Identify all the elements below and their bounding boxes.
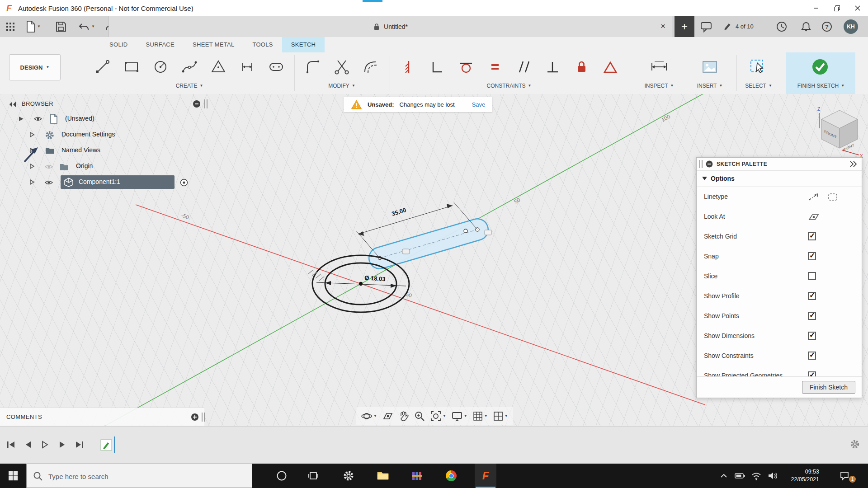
origin-point[interactable] — [359, 282, 363, 286]
grid-snaps-button[interactable]: ▼ — [472, 410, 489, 422]
help-button[interactable]: ? — [819, 19, 835, 35]
tab-solid[interactable]: SOLID — [100, 37, 137, 52]
timeline-position-marker[interactable] — [114, 436, 115, 453]
tray-show-hidden-button[interactable] — [717, 464, 731, 488]
zoom-button[interactable] — [413, 409, 426, 423]
save-button[interactable] — [53, 19, 69, 35]
lock-constraint-icon[interactable] — [573, 59, 590, 75]
chrome-button[interactable] — [440, 464, 462, 488]
play-button[interactable] — [39, 438, 52, 451]
collapse-panel-icon[interactable] — [8, 101, 16, 108]
sketch-grid-checkbox[interactable] — [808, 232, 816, 240]
add-comment-icon[interactable] — [191, 413, 199, 421]
dimension-icon[interactable] — [237, 57, 257, 77]
eye-icon[interactable] — [33, 116, 42, 122]
tab-sketch[interactable]: SKETCH — [282, 37, 325, 52]
horizontal-vertical-constraint-icon[interactable] — [429, 59, 445, 75]
design-workspace-selector[interactable]: DESIGN ▼ — [9, 54, 61, 80]
perpendicular-constraint-icon[interactable] — [544, 59, 561, 75]
slot-icon[interactable] — [266, 57, 286, 77]
show-points-checkbox[interactable] — [808, 312, 816, 320]
select-group-label[interactable]: SELECT▼ — [745, 83, 772, 89]
taskbar-clock[interactable]: 09:53 22/05/2021 — [786, 468, 819, 483]
show-comments-button[interactable] — [698, 19, 714, 35]
constraints-group-label[interactable]: CONSTRAINTS▼ — [487, 83, 532, 89]
restore-button[interactable] — [826, 0, 847, 16]
tab-close-button[interactable]: × — [660, 22, 665, 31]
snap-checkbox[interactable] — [808, 252, 816, 260]
tab-tools[interactable]: TOOLS — [243, 37, 282, 52]
offset-icon[interactable] — [361, 57, 381, 77]
insert-group-label[interactable]: INSERT▼ — [697, 83, 723, 89]
orbit-button[interactable]: ▼ — [360, 409, 378, 423]
polygon-icon[interactable] — [208, 57, 228, 77]
tangent-constraint-icon[interactable] — [458, 59, 474, 75]
line-icon[interactable] — [93, 57, 113, 77]
browser-item-root[interactable]: (Unsaved) — [3, 111, 207, 127]
search-input[interactable] — [47, 464, 248, 488]
task-view-button[interactable] — [302, 464, 324, 488]
eye-icon[interactable] — [44, 179, 53, 186]
create-group-label[interactable]: CREATE▼ — [176, 83, 203, 89]
linetype-centerline-icon[interactable] — [808, 192, 819, 202]
notifications-button[interactable] — [798, 19, 814, 35]
slice-checkbox[interactable] — [808, 272, 816, 280]
look-at-icon[interactable] — [808, 212, 820, 221]
expander-icon[interactable] — [29, 131, 35, 138]
pan-button[interactable] — [397, 409, 410, 423]
step-back-button[interactable] — [22, 438, 34, 451]
browser-item-document-settings[interactable]: Document Settings — [3, 127, 207, 143]
cortana-button[interactable] — [271, 464, 292, 488]
comments-panel[interactable]: COMMENTS — [0, 408, 204, 426]
timeline-sketch-feature[interactable] — [100, 439, 112, 451]
midpoint-constraint-icon[interactable] — [602, 59, 618, 75]
circle-icon[interactable] — [151, 57, 170, 77]
start-button[interactable] — [0, 464, 26, 488]
step-forward-button[interactable] — [56, 438, 69, 451]
settings-app-button[interactable] — [338, 464, 359, 488]
user-avatar[interactable]: KH — [844, 19, 858, 34]
tray-wifi-button[interactable] — [749, 464, 764, 488]
save-link[interactable]: Save — [472, 101, 486, 108]
new-tab-button[interactable]: + — [675, 16, 694, 37]
linetype-construction-icon[interactable] — [828, 192, 838, 202]
tab-surface[interactable]: SURFACE — [137, 37, 184, 52]
palette-options-header[interactable]: Options — [697, 171, 862, 187]
modify-group-label[interactable]: MODIFY▼ — [328, 83, 355, 89]
app-grid-button[interactable] — [4, 19, 17, 35]
finish-sketch-icon[interactable] — [810, 57, 830, 77]
fix-constraint-icon[interactable] — [400, 59, 416, 75]
browser-item-component[interactable]: Component1:1 — [3, 174, 207, 190]
show-projected-geometries-checkbox[interactable] — [808, 371, 816, 376]
spline-icon[interactable] — [179, 57, 199, 77]
fillet-icon[interactable] — [303, 57, 323, 77]
sketch-point[interactable] — [464, 229, 467, 233]
minimize-button[interactable] — [806, 0, 826, 16]
eye-hidden-icon[interactable] — [44, 164, 53, 170]
select-icon[interactable] — [749, 57, 769, 77]
tray-battery-button[interactable] — [732, 464, 748, 488]
inspect-group-label[interactable]: INSPECT▼ — [645, 83, 674, 89]
equal-constraint-icon[interactable] — [486, 59, 503, 75]
show-profile-checkbox[interactable] — [808, 292, 816, 300]
slot-profile[interactable] — [380, 230, 477, 258]
measure-icon[interactable] — [649, 57, 669, 77]
look-at-button[interactable] — [381, 410, 395, 422]
display-settings-button[interactable]: ▼ — [450, 410, 469, 422]
skip-to-end-button[interactable] — [73, 438, 86, 451]
document-tab[interactable]: Untitled* × — [108, 16, 672, 37]
show-dimensions-checkbox[interactable] — [808, 332, 816, 340]
tab-sheet-metal[interactable]: SHEET METAL — [184, 37, 243, 52]
activate-component-icon[interactable] — [180, 178, 188, 187]
expand-panel-icon[interactable] — [849, 160, 857, 168]
undo-button[interactable]: ▼ — [76, 19, 97, 35]
job-queue-button[interactable] — [774, 19, 789, 35]
panel-grip-icon[interactable] — [699, 160, 703, 168]
sketch-palette-header[interactable]: SKETCH PALETTE — [697, 158, 862, 171]
viewports-button[interactable]: ▼ — [492, 410, 509, 422]
expander-icon[interactable] — [18, 116, 24, 122]
trim-icon[interactable] — [332, 57, 352, 77]
parallel-constraint-icon[interactable] — [515, 59, 532, 75]
panel-grip-icon[interactable] — [202, 413, 205, 422]
job-status[interactable]: 4 of 10 — [723, 22, 754, 31]
